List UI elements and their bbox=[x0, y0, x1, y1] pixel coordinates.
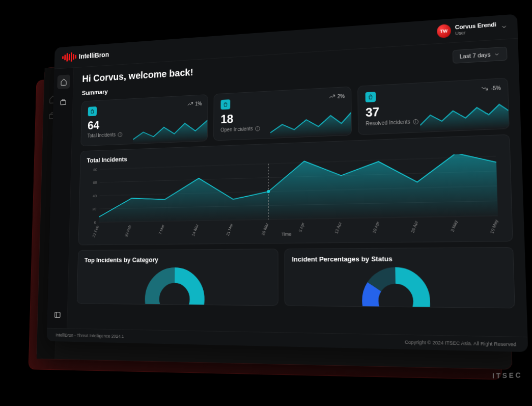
card-open-incidents: 2% 18 Open Incidents i bbox=[213, 87, 352, 141]
trend-indicator: 1% bbox=[187, 100, 202, 107]
svg-text:14 Mar: 14 Mar bbox=[191, 223, 200, 237]
bag-icon bbox=[88, 106, 97, 116]
card-total-incidents: 1% 64 Total Incidents i bbox=[80, 94, 208, 146]
sparkline bbox=[133, 115, 208, 144]
brand-logo: IntelliBron bbox=[62, 50, 109, 63]
svg-text:Time: Time bbox=[282, 231, 292, 237]
card-label: Total Incidents bbox=[88, 132, 116, 139]
card-label: Open Incidents bbox=[220, 126, 253, 132]
svg-text:80: 80 bbox=[93, 167, 97, 172]
card-label: Resolved Incidents bbox=[366, 119, 410, 126]
svg-text:29 Feb: 29 Feb bbox=[124, 225, 132, 238]
chevron-down-icon bbox=[500, 23, 507, 30]
trend-indicator: 2% bbox=[328, 92, 345, 100]
svg-text:5 Apr: 5 Apr bbox=[298, 222, 306, 233]
donut-chart bbox=[141, 264, 208, 306]
footer-version: IntelliBron - Threat Intelligence 2024.1 bbox=[55, 333, 124, 339]
svg-text:3 May: 3 May bbox=[450, 220, 459, 232]
avatar: TW bbox=[437, 24, 451, 38]
panel-title: Top Incidents by Category bbox=[85, 255, 271, 263]
top-incidents-panel: Top Incidents by Category bbox=[77, 249, 278, 306]
svg-text:0: 0 bbox=[94, 220, 96, 225]
footer-copyright: Copyright © 2024 ITSEC Asia. All Right R… bbox=[405, 339, 516, 347]
nav-home[interactable] bbox=[57, 74, 70, 89]
bag-icon bbox=[220, 99, 230, 110]
svg-text:21 Mar: 21 Mar bbox=[226, 223, 234, 236]
main-content: Hi Corvus, welcome back! Last 7 days Sum… bbox=[67, 39, 527, 337]
welcome-heading: Hi Corvus, welcome back! bbox=[82, 67, 193, 85]
brand-bars-icon bbox=[62, 52, 76, 62]
svg-text:60: 60 bbox=[93, 180, 97, 185]
svg-rect-2 bbox=[54, 312, 60, 317]
briefcase-icon bbox=[60, 98, 67, 106]
svg-text:26 Apr: 26 Apr bbox=[410, 220, 419, 234]
svg-text:12 Apr: 12 Apr bbox=[334, 221, 343, 234]
svg-rect-1 bbox=[60, 100, 65, 104]
trend-down-icon bbox=[481, 85, 489, 92]
corp-logo: ITSEC bbox=[492, 371, 522, 380]
incident-status-panel: Incident Percentages by Status bbox=[284, 247, 515, 308]
user-menu[interactable]: TW Corvus Erendi User bbox=[437, 20, 508, 38]
date-range-selector[interactable]: Last 7 days bbox=[453, 47, 508, 64]
svg-text:10 May: 10 May bbox=[489, 219, 499, 234]
svg-text:22 Feb: 22 Feb bbox=[92, 225, 100, 238]
sparkline bbox=[270, 109, 351, 138]
panel-title: Incident Percentages by Status bbox=[292, 254, 505, 263]
total-incidents-panel: Total Incidents 02040608022 Feb29 Feb7 M… bbox=[78, 134, 513, 246]
sparkline bbox=[419, 101, 509, 132]
card-resolved-incidents: -5% 37 Resolved Incidents i bbox=[357, 78, 510, 135]
svg-text:19 Apr: 19 Apr bbox=[372, 221, 381, 234]
home-icon bbox=[60, 78, 67, 86]
info-icon[interactable]: i bbox=[413, 119, 418, 124]
svg-text:20: 20 bbox=[92, 207, 96, 211]
svg-text:40: 40 bbox=[93, 194, 97, 198]
app-window: IntelliBron TW Corvus Erendi User H bbox=[47, 14, 528, 352]
panel-icon bbox=[53, 311, 61, 319]
svg-text:7 Mar: 7 Mar bbox=[158, 224, 165, 235]
trend-up-icon bbox=[187, 100, 193, 107]
brand-name: IntelliBron bbox=[79, 50, 109, 60]
info-icon[interactable]: i bbox=[255, 126, 260, 131]
svg-text:28 Mar: 28 Mar bbox=[261, 222, 269, 236]
donut-chart bbox=[358, 263, 435, 308]
bag-icon bbox=[366, 92, 376, 102]
trend-up-icon bbox=[328, 93, 335, 100]
trend-indicator: -5% bbox=[481, 84, 501, 93]
info-icon[interactable]: i bbox=[118, 132, 122, 137]
total-incidents-chart: 02040608022 Feb29 Feb7 Mar14 Mar21 Mar28… bbox=[85, 153, 505, 239]
chevron-down-icon bbox=[494, 51, 500, 57]
nav-collapse[interactable] bbox=[50, 307, 64, 322]
nav-briefcase[interactable] bbox=[57, 95, 70, 110]
